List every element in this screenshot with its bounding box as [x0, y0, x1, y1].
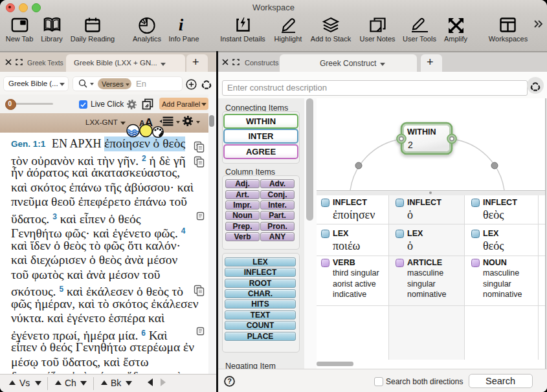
svg-text:WITHIN: WITHIN: [407, 127, 436, 136]
svg-text:?: ?: [227, 377, 232, 385]
svg-text:2: 2: [408, 140, 413, 150]
